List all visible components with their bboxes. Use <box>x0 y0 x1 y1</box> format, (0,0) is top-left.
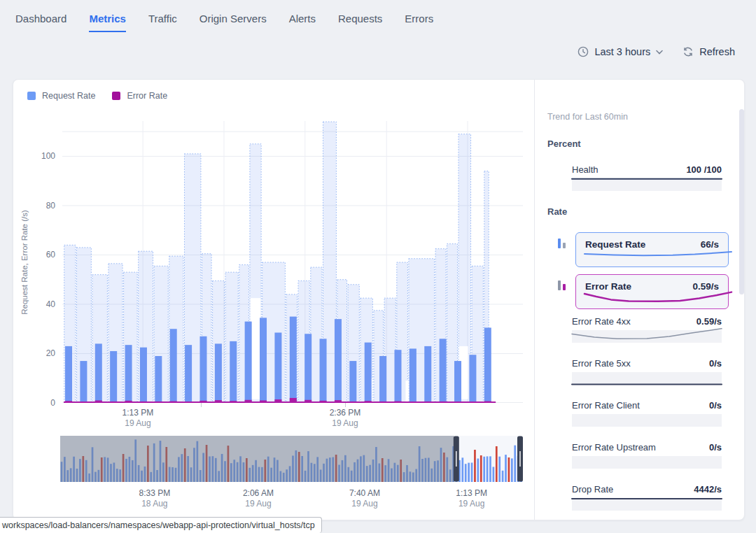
metric-label: Error Rate 4xx <box>572 316 631 327</box>
brush-tick-label: 2:06 AM19 Aug <box>243 488 274 509</box>
metric-row-error-rate-client[interactable]: Error Rate Client 0/s <box>572 400 722 427</box>
time-brush[interactable] <box>60 436 523 482</box>
metric-row-error-rate-upstream[interactable]: Error Rate Upstream 0/s <box>572 442 722 469</box>
y-tick-label: 40 <box>46 299 55 309</box>
nav-tab-alerts[interactable]: Alerts <box>289 13 316 32</box>
metric-value: 0/s <box>709 400 722 411</box>
metric-card-error-rate[interactable]: Error Rate 0.59/s <box>575 274 729 309</box>
metric-value: 0.59/s <box>696 316 722 327</box>
nav-tab-traffic[interactable]: Traffic <box>148 13 177 32</box>
trend-title: Trend for Last 60min <box>547 112 743 122</box>
refresh-label: Refresh <box>699 46 735 57</box>
metric-row-error-rate-4xx[interactable]: Error Rate 4xx 0.59/s <box>572 316 722 343</box>
metric-sparkline <box>584 248 732 262</box>
nav-tab-errors[interactable]: Errors <box>405 13 433 32</box>
legend-swatch <box>112 92 120 100</box>
brush-axis-labels: 8:33 PM18 Aug2:06 AM19 Aug7:40 AM19 Aug1… <box>60 488 523 511</box>
y-tick-label: 60 <box>46 250 55 260</box>
main-chart-canvas[interactable] <box>62 121 523 403</box>
refresh-icon <box>682 46 694 57</box>
y-tick-label: 80 <box>46 201 55 211</box>
metric-label: Error Rate 5xx <box>572 358 631 369</box>
bar-chart-icon[interactable] <box>554 235 570 250</box>
metric-card-request-rate[interactable]: Request Rate 66/s <box>575 232 729 267</box>
main-chart[interactable] <box>62 121 523 403</box>
metric-label: Health <box>572 164 598 175</box>
y-tick-label: 20 <box>46 348 55 358</box>
metric-sparkline <box>584 290 732 304</box>
metric-row-error-rate-5xx[interactable]: Error Rate 5xx 0/s <box>572 358 722 385</box>
sidebar-section-percent: Percent <box>547 138 743 149</box>
metric-sparkline <box>572 330 722 343</box>
app-root: { "nav": { "tabs": [ {"label": "Dashboar… <box>0 0 756 533</box>
nav-tab-metrics[interactable]: Metrics <box>89 13 126 32</box>
legend-label: Error Rate <box>127 91 167 101</box>
refresh-button[interactable]: Refresh <box>682 46 735 57</box>
legend-item[interactable]: Error Rate <box>112 91 167 101</box>
y-tick-label: 100 <box>41 151 55 161</box>
metric-sparkline <box>572 414 722 427</box>
metrics-panel: Request Rate Error Rate Request Rate, Er… <box>13 79 745 520</box>
nav-tab-requests[interactable]: Requests <box>338 13 382 32</box>
x-tick-label: 2:36 PM19 Aug <box>330 408 361 429</box>
metric-value: 100 /100 <box>686 164 722 175</box>
link-preview-tooltip: workspaces/load-balancers/namespaces/web… <box>0 517 322 533</box>
legend-swatch <box>27 92 36 100</box>
legend-item[interactable]: Request Rate <box>27 91 95 101</box>
metric-sparkline <box>572 498 722 511</box>
x-tick-label: 1:13 PM19 Aug <box>122 408 154 429</box>
legend-label: Request Rate <box>42 91 95 101</box>
metric-value: 4442/s <box>694 484 722 495</box>
time-range-selector[interactable]: Last 3 hours <box>578 46 663 57</box>
trend-sidebar: Trend for Last 60min Percent Health 100 … <box>534 80 743 520</box>
metric-row-health[interactable]: Health 100 /100 <box>572 164 722 191</box>
metric-sparkline <box>572 456 722 469</box>
x-axis-ticks <box>62 403 523 407</box>
metric-label: Drop Rate <box>572 484 613 495</box>
metric-value: 0/s <box>709 442 722 453</box>
metric-sparkline <box>572 372 722 385</box>
metric-label: Error Rate Client <box>572 400 640 411</box>
clock-icon <box>578 46 589 57</box>
chevron-down-icon <box>656 50 663 55</box>
brush-tick-label: 8:33 PM18 Aug <box>139 488 170 509</box>
metric-sparkline <box>572 178 722 191</box>
brush-tick-label: 1:13 PM19 Aug <box>456 488 487 509</box>
x-axis-tick-labels: 1:13 PM19 Aug2:36 PM19 Aug <box>62 408 523 432</box>
chart-toolbar: Last 3 hours Refresh <box>578 46 735 57</box>
sidebar-section-rate: Rate <box>547 206 743 217</box>
tab-bar: DashboardMetricsTrafficOrigin ServersAle… <box>15 13 433 32</box>
y-tick-label: 0 <box>50 398 55 408</box>
y-axis-title: Request Rate, Error Rate (/s) <box>19 121 30 403</box>
nav-tab-dashboard[interactable]: Dashboard <box>15 13 66 32</box>
chart-legend: Request Rate Error Rate <box>27 91 167 101</box>
metric-row-drop-rate[interactable]: Drop Rate 4442/s <box>572 484 722 511</box>
bar-chart-icon[interactable] <box>554 277 570 292</box>
metric-value: 0/s <box>709 358 722 369</box>
time-range-label: Last 3 hours <box>594 46 650 57</box>
metric-label: Error Rate Upstream <box>572 442 656 453</box>
sidebar-scrollbar-thumb[interactable] <box>739 109 744 294</box>
y-axis-tick-labels: 020406080100 <box>31 121 55 403</box>
nav-tab-origin-servers[interactable]: Origin Servers <box>200 13 267 32</box>
brush-tick-label: 7:40 AM19 Aug <box>349 488 380 509</box>
